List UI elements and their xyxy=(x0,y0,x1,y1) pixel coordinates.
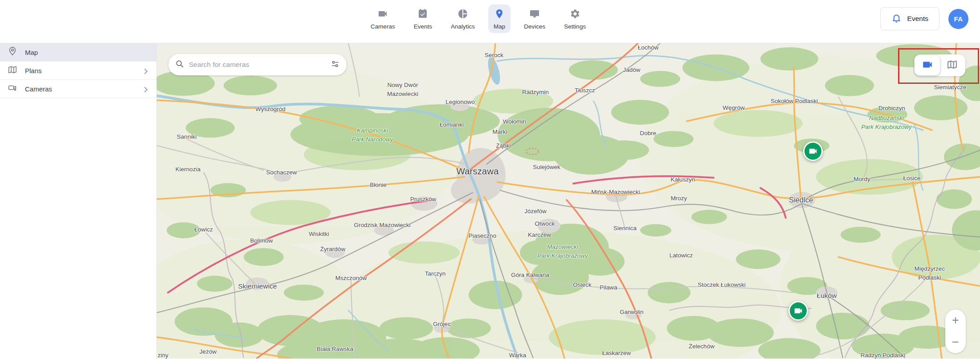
nav-label: Analytics xyxy=(451,23,475,30)
toggle-map-view[interactable] xyxy=(940,55,965,75)
nav-item-events[interactable]: Events xyxy=(408,4,437,33)
calendar-icon xyxy=(417,8,428,21)
bell-icon xyxy=(891,13,902,25)
filter-icon[interactable] xyxy=(331,60,339,70)
search-input[interactable] xyxy=(189,61,331,69)
nav-item-settings[interactable]: Settings xyxy=(559,4,591,33)
sidebar-item-map[interactable]: Map xyxy=(0,43,156,62)
chevron-right-icon xyxy=(141,66,151,78)
nav-item-cameras[interactable]: Cameras xyxy=(365,4,400,33)
toggle-camera-view[interactable] xyxy=(915,55,940,75)
nav-item-devices[interactable]: Devices xyxy=(519,4,551,33)
map-pin-icon xyxy=(8,46,17,58)
nav-label: Settings xyxy=(564,23,586,30)
map-pin-icon xyxy=(494,8,505,21)
map-icon xyxy=(8,65,17,76)
sidebar-item-label: Map xyxy=(25,49,38,56)
top-right-actions: Events FA xyxy=(880,7,968,30)
video-camera-icon xyxy=(377,8,388,21)
nav-label: Devices xyxy=(524,23,545,30)
chevron-right-icon xyxy=(141,85,151,96)
map-icon xyxy=(947,59,958,72)
nav-label: Events xyxy=(414,23,432,30)
pie-chart-icon xyxy=(457,8,468,21)
search-icon xyxy=(176,60,184,70)
monitor-icon xyxy=(529,8,540,21)
app-root: Cameras Events Analytics Map Devices Set… xyxy=(0,0,980,359)
events-button[interactable]: Events xyxy=(880,7,939,30)
zoom-in-button[interactable]: + xyxy=(945,309,966,331)
events-button-label: Events xyxy=(907,15,928,23)
camera-search xyxy=(168,54,347,75)
camera-marker[interactable] xyxy=(788,301,808,321)
camera-marker[interactable] xyxy=(803,141,823,161)
map-area[interactable]: SerockŁochówJadówNowy Dwór MazowieckiLeg… xyxy=(157,43,980,359)
zoom-out-button[interactable]: − xyxy=(945,331,966,353)
sidebar-item-label: Plans xyxy=(25,67,42,74)
gear-icon xyxy=(570,8,580,21)
sidebar-item-plans[interactable]: Plans xyxy=(0,62,156,80)
nav-label: Cameras xyxy=(371,23,395,30)
cameras-icon xyxy=(8,83,17,95)
video-camera-icon xyxy=(922,59,933,72)
avatar[interactable]: FA xyxy=(948,9,968,29)
zoom-controls: + − xyxy=(945,309,966,353)
main-nav: Cameras Events Analytics Map Devices Set… xyxy=(365,4,591,33)
sidebar-item-cameras[interactable]: Cameras xyxy=(0,80,156,98)
map-canvas[interactable] xyxy=(157,43,980,359)
sidebar: Map Plans Cameras xyxy=(0,43,157,359)
view-toggle xyxy=(914,54,965,76)
sidebar-item-label: Cameras xyxy=(25,85,52,93)
nav-label: Map xyxy=(494,23,505,30)
nav-item-analytics[interactable]: Analytics xyxy=(445,4,480,33)
content: Map Plans Cameras xyxy=(0,43,980,359)
nav-item-map[interactable]: Map xyxy=(488,4,510,33)
top-bar: Cameras Events Analytics Map Devices Set… xyxy=(0,0,980,43)
